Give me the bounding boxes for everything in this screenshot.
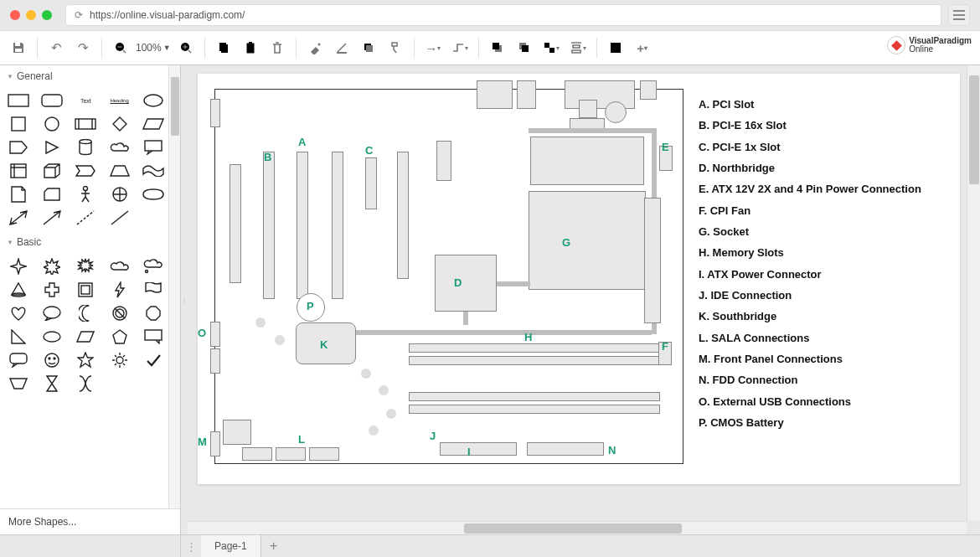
scroll-thumb[interactable] <box>464 523 682 534</box>
shape-actor[interactable] <box>74 186 97 203</box>
shape-cross[interactable] <box>40 281 64 298</box>
waypoint-style-button[interactable]: ▾ <box>448 36 472 59</box>
memory-slot[interactable] <box>409 405 660 414</box>
shape-ellipse-speech[interactable] <box>40 328 64 345</box>
shape-flag[interactable] <box>142 281 165 298</box>
pci-slot[interactable] <box>230 164 241 283</box>
shape-callout[interactable] <box>142 139 165 156</box>
shape-tape[interactable] <box>142 162 165 179</box>
shape-cloud2[interactable] <box>108 258 132 275</box>
shape-round-callout[interactable] <box>7 352 30 369</box>
shape-card[interactable] <box>40 186 64 203</box>
add-page-button[interactable]: + <box>261 535 286 557</box>
shape-trapezoid[interactable] <box>108 162 132 179</box>
save-button[interactable] <box>7 36 30 59</box>
shape-text[interactable]: Text <box>74 92 97 109</box>
splitter-handle[interactable]: ⋮ <box>181 65 188 534</box>
pci-slot[interactable] <box>297 152 308 299</box>
canvas-scrollbar-horizontal[interactable] <box>188 521 967 534</box>
io-block[interactable] <box>640 80 657 100</box>
to-front-button[interactable] <box>486 36 509 59</box>
shape-sun[interactable] <box>108 352 132 369</box>
edge-connector[interactable] <box>210 99 220 127</box>
shape-process[interactable] <box>74 116 97 132</box>
sidebar-scrollbar[interactable] <box>168 65 180 508</box>
shape-speech[interactable] <box>40 305 64 322</box>
shape-smiley[interactable] <box>40 352 64 369</box>
shape-rect-callout[interactable] <box>142 328 165 345</box>
shape-moon[interactable] <box>74 305 97 322</box>
shape-circle[interactable] <box>40 116 64 132</box>
shadow-button[interactable] <box>357 36 380 59</box>
sala-conn[interactable] <box>309 447 339 461</box>
undo-button[interactable]: ↶ <box>44 36 68 59</box>
memory-slot[interactable] <box>409 392 660 401</box>
shape-burst[interactable] <box>74 258 97 275</box>
edge-connector[interactable] <box>210 431 220 456</box>
shape-cylinder[interactable] <box>74 139 97 156</box>
copy-button[interactable] <box>212 36 235 59</box>
more-shapes-button[interactable]: More Shapes... <box>0 508 180 534</box>
shape-bolt[interactable] <box>108 281 132 298</box>
shape-heading[interactable]: Heading <box>108 92 132 109</box>
pcie-1x-slot[interactable] <box>365 157 377 209</box>
socket[interactable] <box>529 191 646 290</box>
atx-power[interactable] <box>644 198 661 323</box>
line-color-button[interactable] <box>330 36 353 59</box>
shape-arrow[interactable] <box>40 209 64 226</box>
shape-diamond[interactable] <box>108 116 132 132</box>
url-bar[interactable]: ⟳ https://online.visual-paradigm.com/ <box>65 4 941 26</box>
scroll-thumb[interactable] <box>171 77 179 136</box>
zoom-out-button[interactable] <box>109 36 132 59</box>
io-circle[interactable] <box>605 101 627 123</box>
shape-octagon[interactable] <box>142 305 165 322</box>
small-slot[interactable] <box>436 141 451 181</box>
shape-check[interactable] <box>142 352 165 369</box>
sala-conn[interactable] <box>242 447 272 461</box>
shape-cone[interactable] <box>7 281 30 298</box>
shape-pentagon[interactable] <box>7 139 30 156</box>
shape-no[interactable] <box>108 305 132 322</box>
shape-rectangle[interactable] <box>7 92 30 109</box>
connector-style-button[interactable]: → ▾ <box>421 36 445 59</box>
browser-menu-icon[interactable] <box>948 4 970 26</box>
shape-square[interactable] <box>7 116 30 132</box>
shape-rounded-rect[interactable] <box>40 92 64 109</box>
shape-hourglass[interactable] <box>40 375 64 392</box>
page-tab[interactable]: Page-1 <box>201 535 261 557</box>
insert-button[interactable]: + ▾ <box>631 36 654 59</box>
section-general[interactable]: ▼ General <box>0 65 180 87</box>
minimize-window-icon[interactable] <box>26 10 36 20</box>
shape-skew[interactable] <box>74 328 97 345</box>
maximize-window-icon[interactable] <box>42 10 52 20</box>
sala-conn[interactable] <box>276 447 306 461</box>
shape-dashed-line[interactable] <box>74 209 97 226</box>
group-button[interactable]: ▾ <box>539 36 563 59</box>
fill-color-button[interactable] <box>303 36 327 59</box>
shape-or[interactable] <box>108 186 132 203</box>
atx-power-connector[interactable] <box>440 442 517 456</box>
northbridge[interactable] <box>435 255 497 312</box>
shape-cloud[interactable] <box>108 139 132 156</box>
scroll-thumb[interactable] <box>969 75 979 184</box>
shape-ellipse[interactable] <box>142 92 165 109</box>
fdd-connector[interactable] <box>527 442 604 456</box>
align-button[interactable]: ▾ <box>566 36 590 59</box>
format-painter-button[interactable] <box>384 36 407 59</box>
shape-trap2[interactable] <box>7 375 30 392</box>
shape-step[interactable] <box>74 162 97 179</box>
shape-heart[interactable] <box>7 305 30 322</box>
shape-parallelogram[interactable] <box>142 116 165 132</box>
shape-x[interactable] <box>74 375 97 392</box>
memory-slot[interactable] <box>409 356 660 365</box>
io-block[interactable] <box>579 100 597 118</box>
pci-slot[interactable] <box>397 152 409 279</box>
delete-button[interactable] <box>266 36 289 59</box>
section-basic[interactable]: ▼ Basic <box>0 231 180 253</box>
shape-internal-storage[interactable] <box>7 162 30 179</box>
io-block[interactable] <box>565 80 635 109</box>
shape-right-triangle[interactable] <box>7 328 30 345</box>
redo-button[interactable]: ↷ <box>71 36 95 59</box>
shape-pentagon2[interactable] <box>108 328 132 345</box>
io-block[interactable] <box>477 80 513 109</box>
